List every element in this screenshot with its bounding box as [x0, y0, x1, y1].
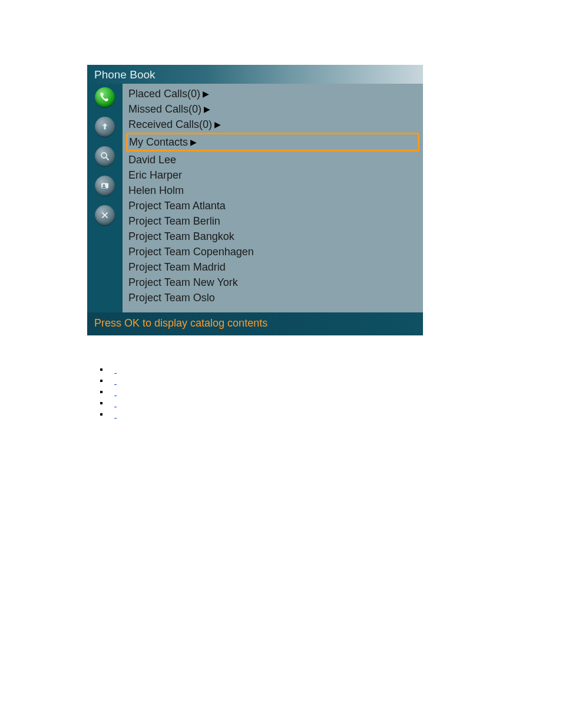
list-item[interactable]: Project Team Berlin: [126, 213, 419, 229]
bullet-icon: [100, 413, 103, 416]
list-item[interactable]: Project Team Madrid: [126, 259, 419, 275]
document-page: Phone Book Placed Calls(0)▶Mis: [0, 0, 562, 728]
list-item[interactable]: Helen Holm: [126, 183, 419, 198]
chevron-right-icon: ▶: [214, 117, 221, 132]
list-item-label: Eric Harper: [128, 167, 182, 183]
svg-rect-4: [103, 187, 106, 188]
search-icon[interactable]: [95, 146, 115, 166]
bullet-link-row: [100, 386, 562, 397]
bullet-icon: [100, 368, 103, 371]
panel-footer: Press OK to display catalog contents: [87, 312, 423, 335]
list-item[interactable]: David Lee: [126, 152, 419, 167]
list-item-label: Project Team Bangkok: [128, 229, 234, 244]
link[interactable]: [114, 386, 173, 397]
list-item-label: Project Team Madrid: [128, 259, 226, 275]
list-item[interactable]: Missed Calls(0)▶: [126, 101, 419, 117]
chevron-right-icon: ▶: [203, 86, 209, 101]
panel-title: Phone Book: [87, 65, 423, 84]
list-item[interactable]: Project Team Atlanta: [126, 198, 419, 213]
panel-body: Placed Calls(0)▶Missed Calls(0)▶Received…: [87, 84, 423, 312]
list-item-label: Project Team Atlanta: [128, 198, 226, 213]
list-item-label: Helen Holm: [128, 183, 184, 198]
close-icon[interactable]: [95, 205, 115, 225]
list-item-label: Missed Calls(0): [128, 101, 201, 117]
bullet-link-row: [100, 397, 562, 409]
chevron-right-icon: ▶: [190, 134, 197, 150]
list-item[interactable]: Project Team Oslo: [126, 290, 419, 305]
bullet-icon: [100, 380, 103, 382]
bullet-link-row: [100, 409, 562, 420]
list-column: Placed Calls(0)▶Missed Calls(0)▶Received…: [123, 84, 423, 312]
list-item-label: Project Team Oslo: [128, 290, 215, 305]
list-item[interactable]: Placed Calls(0)▶: [126, 86, 419, 101]
link[interactable]: [114, 409, 179, 420]
up-folder-icon[interactable]: [95, 117, 115, 137]
svg-line-1: [106, 157, 109, 160]
links-list: [100, 364, 562, 420]
link[interactable]: [114, 375, 163, 386]
svg-point-3: [103, 185, 105, 186]
list-item[interactable]: Project Team Bangkok: [126, 229, 419, 244]
phone-book-panel: Phone Book Placed Calls(0)▶Mis: [87, 65, 423, 335]
link[interactable]: [114, 397, 168, 409]
list-item[interactable]: My Contacts▶: [126, 133, 419, 151]
bullet-link-row: [100, 364, 562, 375]
bullet-icon: [100, 391, 103, 393]
list-item[interactable]: Project Team Copenhagen: [126, 244, 419, 259]
link[interactable]: [114, 364, 159, 375]
list-item[interactable]: Received Calls(0)▶: [126, 117, 419, 132]
list-item-label: Received Calls(0): [128, 117, 212, 132]
bullet-link-row: [100, 375, 562, 386]
list-item-label: Placed Calls(0): [128, 86, 200, 101]
new-contact-icon[interactable]: [95, 176, 115, 196]
list-item-label: Project Team Copenhagen: [128, 244, 254, 259]
list-item-label: My Contacts: [129, 134, 188, 150]
svg-point-0: [101, 153, 107, 158]
icon-column: [87, 84, 123, 312]
chevron-right-icon: ▶: [204, 101, 210, 117]
list-item-label: Project Team New York: [128, 275, 238, 290]
phone-icon[interactable]: [95, 87, 115, 107]
list-item[interactable]: Eric Harper: [126, 167, 419, 183]
bullet-icon: [100, 402, 103, 404]
list-item-label: David Lee: [128, 152, 176, 167]
list-item-label: Project Team Berlin: [128, 213, 220, 229]
list-item[interactable]: Project Team New York: [126, 275, 419, 290]
